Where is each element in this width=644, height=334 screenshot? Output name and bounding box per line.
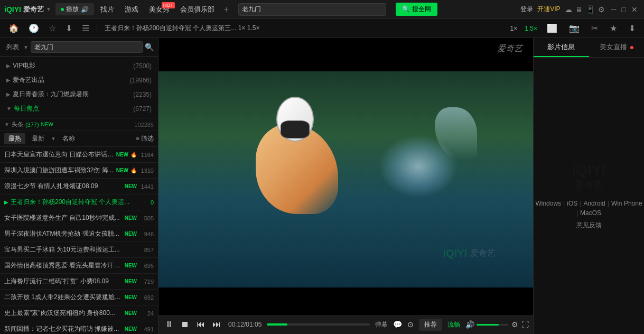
logo-text: 爱奇艺 [23, 5, 44, 14]
collapse-arrow-icon: ▼ [6, 106, 12, 112]
news-count: 857 [139, 247, 154, 253]
filter-name-tab[interactable]: 名称 [58, 133, 79, 144]
video-player[interactable]: 爱奇艺 iQIYI 爱奇艺 [158, 38, 533, 315]
progress-bar[interactable] [267, 323, 370, 326]
pause-button[interactable]: ⏸ [163, 320, 175, 329]
new-badge: NEW [125, 294, 137, 300]
search-button[interactable]: 🔍 搜全网 [396, 3, 437, 16]
danmu-toggle-button[interactable]: 💬 [393, 320, 402, 329]
tab-live[interactable]: 美女直播 [589, 38, 645, 57]
quality-button[interactable]: 流畅 [445, 320, 462, 329]
favorite-toolbar-icon[interactable]: ☆ [44, 23, 60, 33]
add-nav-button[interactable]: + [221, 3, 232, 16]
danmu-send-button[interactable]: ⊙ [405, 320, 416, 329]
monitor-icon[interactable]: 🖥 [575, 5, 583, 14]
app-logo[interactable]: iQIYI 爱奇艺 ▼ [4, 5, 51, 14]
news-item-6[interactable]: 宝马男买二手冰箱 为10元运费和搬运工... 857 [0, 242, 158, 258]
news-item-4[interactable]: 女子医院楼道意外生产 自己10秒钟完成... NEW 505 [0, 210, 158, 226]
stop-button[interactable]: ⏹ [179, 320, 191, 329]
news-item-10[interactable]: 史上最素"素"肉汉堡亮相纽约 身价800... NEW 24 [0, 305, 158, 321]
sidebar-item-summer[interactable]: ▶ 夏日青春漾：九门燃燥暑期 (2235) [0, 87, 158, 101]
iqiyi-logo-watermark: iQIYI [443, 247, 468, 259]
dropdown-icon[interactable]: ▼ [46, 6, 51, 12]
news-title: 新闻回播：记者七夕买花为暗访 抓嫌被... [4, 324, 123, 333]
platform-android[interactable]: Android [583, 200, 605, 207]
list-dropdown-icon[interactable]: ▼ [23, 44, 29, 50]
snapshot-icon[interactable]: 📷 [565, 23, 584, 33]
next-button[interactable]: ⏭ [210, 320, 223, 329]
sidebar-item-vip-movies[interactable]: ▶ VIP电影 (7500) [0, 59, 158, 73]
feedback-link[interactable]: 意见反馈 [576, 221, 602, 229]
member-nav-item[interactable]: 会员俱乐部 [176, 3, 219, 16]
video-watermark: 爱奇艺 [497, 43, 522, 54]
platform-winphone[interactable]: Win Phone [611, 200, 642, 207]
beauty-nav-item[interactable]: 美女秀 HOT [145, 3, 174, 16]
cloud-icon[interactable]: ☁ [565, 5, 572, 14]
play-label: 播放 [66, 5, 79, 14]
nav-right-area: 登录 开通VIP ☁ 🖥 📱 ⚙ ─ □ ✕ [520, 5, 640, 14]
close-button[interactable]: ✕ [629, 5, 640, 14]
vip-button[interactable]: 开通VIP [537, 5, 560, 14]
login-button[interactable]: 登录 [520, 5, 533, 14]
platform-macos[interactable]: MacOS [580, 209, 601, 217]
news-item-0[interactable]: 日本天皇宣布退位意向 日媒公布讲话全... NEW 🔥 1164 [0, 147, 158, 163]
history-toolbar-icon[interactable]: 🕐 [24, 23, 43, 33]
filter-new-tab[interactable]: 最新 [27, 133, 49, 144]
expand-arrow-icon: ▶ [6, 63, 11, 69]
minimize-button[interactable]: ─ [609, 5, 619, 14]
toolbar-title: 王者归来！孙杨200自逆转夺冠 个人奥运第三... 1× 1.5× [105, 24, 507, 33]
iqiyi-bottom-watermark: iQIYI 爱奇艺 [443, 247, 496, 259]
prev-button[interactable]: ⏮ [194, 320, 207, 329]
volume-slider[interactable] [477, 324, 508, 326]
home-toolbar-icon[interactable]: 🏠 [4, 23, 23, 33]
platform-ios[interactable]: iOS [567, 200, 577, 207]
speed15x-button[interactable]: 1.5× [522, 24, 539, 33]
logo-icon: iQIYI [4, 5, 21, 14]
filter-hot-tab[interactable]: 最热 [4, 133, 25, 144]
news-title: 男子深夜潜伏ATM机旁抢劫 强迫女孩脱... [4, 229, 123, 238]
play-nav-button[interactable]: 播放 🔊 [55, 3, 94, 15]
download-toolbar-btn[interactable]: ⬇ [624, 23, 640, 33]
new-badge: NEW [125, 215, 137, 221]
news-item-7[interactable]: 国外情侣高楼顶秀恩爱 看完头星冒冷汗0... NEW 695 [0, 258, 158, 274]
tab-movie-info[interactable]: 影片信息 [534, 38, 589, 57]
search-input[interactable] [242, 6, 382, 13]
news-item-5[interactable]: 男子深夜潜伏ATM机旁抢劫 强迫女孩脱... NEW 946 [0, 226, 158, 242]
player-settings-button[interactable]: ⚙ [511, 320, 518, 329]
crop-icon[interactable]: ✂ [587, 23, 602, 33]
speed1x-button[interactable]: 1× [508, 24, 520, 33]
news-title: 二孩开放 1成人带2娃乘公交遭买要尴尬0... [4, 293, 123, 302]
sidebar-item-daily-focus[interactable]: ▼ 每日焦点 (6727) [0, 101, 158, 116]
search-bar [238, 3, 386, 16]
search-icon: 🔍 [402, 5, 410, 13]
star-toolbar-icon[interactable]: ★ [605, 23, 621, 33]
sidebar-search-icon[interactable]: 🔍 [145, 43, 154, 51]
cat-label: 夏日青春漾：九门燃燥暑期 [13, 90, 89, 99]
news-item-3[interactable]: ▶ 王者归来！孙杨200自逆转夺冠 个人奥运... 0 [0, 194, 158, 210]
filter-icon: ≡ [136, 135, 139, 142]
filter-new-dropdown-icon[interactable]: ▼ [51, 136, 56, 142]
game-nav-item[interactable]: 游戏 [120, 3, 143, 16]
news-item-2[interactable]: 浪漫七夕节 有情人扎堆领证08.09 NEW 1441 [0, 179, 158, 194]
news-item-11[interactable]: 新闻回播：记者七夕买花为暗访 抓嫌被... NEW 491 [0, 321, 158, 334]
restore-button[interactable]: □ [620, 5, 628, 14]
phone-icon[interactable]: 📱 [586, 5, 595, 14]
download-toolbar-icon[interactable]: ⬇ [61, 23, 77, 33]
screen-size-icon[interactable]: ⬜ [543, 23, 562, 33]
sidebar-item-iqiyi-original[interactable]: ▶ 爱奇艺出品 (19966) [0, 73, 158, 87]
news-item-9[interactable]: 二孩开放 1成人带2娃乘公交遭买要尴尬0... NEW 692 [0, 290, 158, 305]
list-label[interactable]: 列表 [4, 42, 21, 53]
news-item-8[interactable]: 上海餐厅流行二维码"打赏" 小费08.09 NEW 719 [0, 274, 158, 290]
platform-windows[interactable]: Windows [535, 200, 561, 207]
find-nav-item[interactable]: 找片 [96, 3, 118, 16]
volume-icon[interactable]: 🔊 [465, 320, 474, 329]
settings-icon[interactable]: ⚙ [598, 5, 605, 14]
list-toolbar-icon[interactable]: ☰ [78, 23, 94, 33]
news-item-1[interactable]: 深圳入境澳门旅游团遭车祸致32伤 筹... NEW 🔥 1310 [0, 163, 158, 179]
fullscreen-button[interactable]: ⛶ [521, 320, 529, 329]
sub-collapse-icon[interactable]: ▼ [4, 122, 10, 127]
filter-button[interactable]: ≡ 筛选 [136, 134, 154, 143]
nav-icons: ☁ 🖥 📱 ⚙ [565, 5, 605, 14]
recommend-button[interactable]: 推荐 [419, 319, 442, 331]
sidebar-search-input[interactable] [31, 41, 143, 53]
